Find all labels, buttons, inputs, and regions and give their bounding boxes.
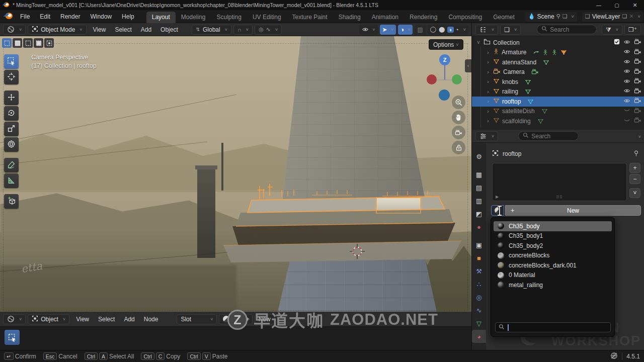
properties-tab-modifiers[interactable]: ⚒ xyxy=(472,264,486,278)
expand-chevron[interactable]: › xyxy=(486,50,491,55)
properties-options-arrow[interactable] xyxy=(636,133,641,139)
add-slot-button[interactable]: + xyxy=(629,163,640,173)
workspace-tab-shading[interactable]: Shading xyxy=(333,12,366,23)
hide-eye-icon[interactable] xyxy=(623,68,630,76)
copy-icon[interactable]: ❏ xyxy=(562,13,568,20)
tool-rotate-button[interactable] xyxy=(4,106,19,121)
render-camera-icon[interactable] xyxy=(634,97,641,106)
tool-annotate-button[interactable] xyxy=(4,158,19,172)
material-option[interactable]: Ch35_body xyxy=(494,221,612,231)
menu-file[interactable]: File xyxy=(15,13,35,20)
workspace-tab-sculpting[interactable]: Sculpting xyxy=(211,12,247,23)
properties-tab-world[interactable]: ● xyxy=(472,220,486,233)
scene-selector[interactable]: 💧 Scene ⚲ ❏ xyxy=(525,12,577,22)
workspace-tab-modeling[interactable]: Modeling xyxy=(176,12,211,23)
material-option[interactable]: Ch35_body2 xyxy=(494,241,612,251)
properties-tab-material[interactable]: ◕ xyxy=(472,330,486,343)
material-option[interactable]: 0 Material xyxy=(494,270,612,281)
expand-chevron[interactable]: › xyxy=(486,59,491,65)
hide-eye-icon[interactable] xyxy=(623,48,630,56)
viewport-menu-add[interactable]: Add xyxy=(136,26,156,33)
outliner-search-input[interactable]: Search xyxy=(537,25,597,34)
render-camera-icon[interactable] xyxy=(634,107,641,116)
render-camera-icon[interactable] xyxy=(634,117,641,125)
workspace-tab-rendering[interactable]: Rendering xyxy=(404,12,443,23)
hide-eye-icon[interactable] xyxy=(623,78,630,86)
visibility-dropdown[interactable] xyxy=(359,25,377,35)
filter-funnel-button[interactable]: ⧩ xyxy=(602,25,622,35)
wireframe-shading-icon[interactable]: ◯ xyxy=(430,26,437,33)
editor-type-button[interactable] xyxy=(3,25,26,35)
editor-type-button[interactable] xyxy=(3,314,26,324)
material-option[interactable]: concreteBlocks xyxy=(494,251,612,261)
material-option[interactable]: concreteBlocks_dark.001 xyxy=(494,260,612,270)
shader-menu-node[interactable]: Node xyxy=(139,316,163,323)
gizmo-y-axis[interactable] xyxy=(452,74,462,84)
resize-corner[interactable]: ▶ xyxy=(496,195,499,199)
hide-eye-icon[interactable] xyxy=(623,58,630,66)
workspace-tab-texture-paint[interactable]: Texture Paint xyxy=(287,12,333,23)
pin-icon[interactable] xyxy=(633,150,639,158)
workspace-tab-compositing[interactable]: Compositing xyxy=(443,12,488,23)
outliner-filter-display-button[interactable]: ❑ xyxy=(500,25,521,35)
properties-tab-view-layer[interactable]: ▥ xyxy=(472,194,486,207)
tool-scale-button[interactable] xyxy=(4,122,19,136)
tool-select-box-button[interactable] xyxy=(4,54,19,69)
gizmo-z-axis[interactable]: Z xyxy=(439,54,450,65)
outliner-row-armature[interactable]: › Armature xyxy=(472,48,644,58)
lock-view-button[interactable] xyxy=(452,141,465,154)
tool-add-cube-button[interactable] xyxy=(4,194,19,209)
render-camera-icon[interactable] xyxy=(634,58,641,66)
properties-tab-particles[interactable]: ∴ xyxy=(472,278,486,291)
snap-dropdown[interactable]: ∩ xyxy=(233,25,253,35)
overlays-toggle[interactable]: ◑ xyxy=(398,25,413,35)
options-button[interactable]: Options xyxy=(429,39,463,50)
viewport-menu-object[interactable]: Object xyxy=(156,26,183,33)
shader-menu-view[interactable]: View xyxy=(71,316,94,323)
render-camera-icon[interactable] xyxy=(634,38,641,47)
remove-slot-button[interactable]: − xyxy=(629,174,640,184)
new-collection-button[interactable]: ❒⁺ xyxy=(624,25,641,35)
workspace-tab-layout[interactable]: Layout xyxy=(146,12,176,23)
render-camera-icon[interactable] xyxy=(634,48,641,57)
hide-eye-icon[interactable] xyxy=(623,87,630,96)
shading-mode-buttons[interactable]: ◯ ⬤ ◑ ◔ xyxy=(428,25,468,35)
viewport-menu-select[interactable]: Select xyxy=(110,26,136,33)
mode-select-paint-button[interactable] xyxy=(44,38,54,48)
viewlayer-selector[interactable]: ❑ ViewLayer ❏ ✕ xyxy=(582,12,643,22)
tool-cursor-button[interactable] xyxy=(4,70,19,84)
outliner-row-collection[interactable]: ˅ Collection xyxy=(472,38,644,48)
material-shading-icon[interactable]: ◑ xyxy=(447,27,454,33)
render-camera-icon[interactable] xyxy=(634,87,641,96)
expand-chevron[interactable]: › xyxy=(486,118,491,124)
camera-view-button[interactable] xyxy=(452,126,465,139)
outliner-row-railing[interactable]: › railing xyxy=(472,87,644,97)
shader-select-tool-button[interactable] xyxy=(5,330,20,345)
mode-tweak-button[interactable] xyxy=(2,38,12,48)
collection-checkbox[interactable] xyxy=(614,39,620,46)
outliner-row-rooftop[interactable]: › rooftop xyxy=(472,97,644,107)
rendered-shading-icon[interactable]: ◔ xyxy=(455,27,460,33)
editor-type-button[interactable] xyxy=(475,131,498,141)
outliner-row-atennastand[interactable]: › atennaStand xyxy=(472,57,644,67)
workspace-tab-animation[interactable]: Animation xyxy=(366,12,404,23)
properties-tab-tool[interactable]: ⚙ xyxy=(472,150,486,163)
render-camera-icon[interactable] xyxy=(634,68,641,76)
hide-eye-icon[interactable] xyxy=(623,107,630,115)
mode-dropdown[interactable]: Object Mode xyxy=(28,25,86,35)
pin-icon[interactable]: ⚲ xyxy=(556,13,560,20)
popup-search-input[interactable] xyxy=(495,322,611,332)
properties-tab-physics[interactable]: ◎ xyxy=(472,291,486,304)
render-camera-icon[interactable] xyxy=(634,77,641,86)
proportional-edit-dropdown[interactable]: ◎∿ xyxy=(255,25,282,35)
copy-icon[interactable]: ❏ xyxy=(622,13,627,20)
properties-tab-object[interactable]: ■ xyxy=(472,251,486,264)
viewport-canvas[interactable]: Camera Perspective (17) Collection | roo… xyxy=(0,36,471,312)
expand-chevron[interactable]: › xyxy=(486,79,491,84)
properties-tab-output[interactable]: ▤ xyxy=(472,181,486,194)
gizmos-toggle[interactable]: ➤ xyxy=(380,25,396,35)
shader-menu-select[interactable]: Select xyxy=(94,316,119,323)
material-option[interactable]: metal_railing xyxy=(494,280,612,290)
close-button[interactable]: ✕ xyxy=(626,0,644,10)
material-slots-list[interactable]: ▶ ⠿⠿ xyxy=(492,163,627,201)
